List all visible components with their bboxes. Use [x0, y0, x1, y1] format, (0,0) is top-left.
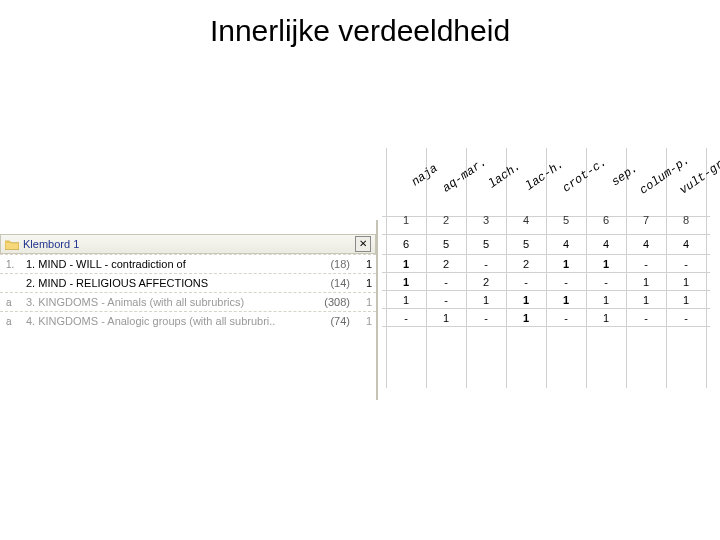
- column-index: 6: [586, 214, 626, 226]
- columns-area: naja1aq-mar.2lach.3lac-h.4crot-c.5sep.6c…: [382, 148, 720, 388]
- summary-cell: 5: [466, 238, 506, 250]
- rubric-first-value: 1: [354, 315, 372, 327]
- summary-cell: 5: [506, 238, 546, 250]
- row-prefix: a: [6, 316, 26, 327]
- rubric-label: 2. MIND - RELIGIOUS AFFECTIONS: [26, 277, 310, 289]
- remedy-column-colump[interactable]: colum-p.7: [626, 148, 666, 226]
- summary-cell: 4: [586, 238, 626, 250]
- grid-cell: -: [546, 276, 586, 288]
- rubric-row[interactable]: a4. KINGDOMS - Analogic groups (with all…: [0, 311, 376, 330]
- remedy-column-vultgr[interactable]: vult-gr.8: [666, 148, 706, 226]
- grid-cell: 1: [586, 294, 626, 306]
- column-index: 3: [466, 214, 506, 226]
- grid-cell: 1: [546, 294, 586, 306]
- summary-cell: 4: [626, 238, 666, 250]
- column-index: 2: [426, 214, 466, 226]
- grid-cell: -: [466, 258, 506, 270]
- rubric-label: 1. MIND - WILL - contradiction of: [26, 258, 310, 270]
- remedy-column-lach[interactable]: lac-h.4: [506, 148, 546, 226]
- rubric-list: 1.1. MIND - WILL - contradiction of(18)1…: [0, 254, 376, 330]
- grid-cell: -: [466, 312, 506, 324]
- grid-cell: 1: [386, 294, 426, 306]
- grid-cell: 1: [626, 294, 666, 306]
- column-index: 1: [386, 214, 426, 226]
- rubric-first-value: 1: [354, 277, 372, 289]
- rubric-first-value: 1: [354, 258, 372, 270]
- grid-cell: 2: [426, 258, 466, 270]
- rubric-label: 4. KINGDOMS - Analogic groups (with all …: [26, 315, 310, 327]
- rubric-label: 3. KINGDOMS - Animals (with all subrubri…: [26, 296, 310, 308]
- remedy-column-crotc[interactable]: crot-c.5: [546, 148, 586, 226]
- grid-cell: 1: [586, 312, 626, 324]
- rubric-count: (18): [310, 258, 350, 270]
- grid-cell: 1: [506, 312, 546, 324]
- grid-cell: -: [626, 258, 666, 270]
- grid-cell: 2: [466, 276, 506, 288]
- column-index: 5: [546, 214, 586, 226]
- close-icon[interactable]: ✕: [355, 236, 371, 252]
- grid-cell: -: [426, 276, 466, 288]
- row-prefix: 1.: [6, 259, 26, 270]
- column-index: 8: [666, 214, 706, 226]
- clipboard-pane: Klembord 1 ✕ 1.1. MIND - WILL - contradi…: [0, 234, 376, 330]
- grid-cell: 1: [626, 276, 666, 288]
- grid-cell: 1: [506, 294, 546, 306]
- row-prefix: a: [6, 297, 26, 308]
- rubric-count: (308): [310, 296, 350, 308]
- rubric-row[interactable]: 2. MIND - RELIGIOUS AFFECTIONS(14)1: [0, 273, 376, 292]
- grid-cell: -: [546, 312, 586, 324]
- pane-divider: [376, 220, 378, 400]
- summary-cell: 4: [546, 238, 586, 250]
- grid-cell: -: [666, 312, 706, 324]
- grid-cell: 1: [586, 258, 626, 270]
- remedy-column-naja[interactable]: naja1: [386, 148, 426, 226]
- rubric-row[interactable]: a3. KINGDOMS - Animals (with all subrubr…: [0, 292, 376, 311]
- grid-cell: 1: [666, 276, 706, 288]
- grid-cell: 1: [466, 294, 506, 306]
- column-index: 4: [506, 214, 546, 226]
- grid-cell: 1: [386, 258, 426, 270]
- remedy-column-aqmar[interactable]: aq-mar.2: [426, 148, 466, 226]
- page-title: Innerlijke verdeeldheid: [0, 14, 720, 48]
- summary-cell: 6: [386, 238, 426, 250]
- grid-cell: 2: [506, 258, 546, 270]
- grid-cell: -: [666, 258, 706, 270]
- grid-cell: 1: [426, 312, 466, 324]
- remedy-column-lach[interactable]: lach.3: [466, 148, 506, 226]
- remedy-label: vult-gr.: [668, 147, 720, 204]
- summary-cell: 5: [426, 238, 466, 250]
- summary-cell: 4: [666, 238, 706, 250]
- rubric-first-value: 1: [354, 296, 372, 308]
- grid-cell: -: [586, 276, 626, 288]
- column-index: 7: [626, 214, 666, 226]
- clipboard-titlebar[interactable]: Klembord 1 ✕: [0, 234, 376, 254]
- rubric-count: (74): [310, 315, 350, 327]
- grid-cell: -: [426, 294, 466, 306]
- clipboard-name: Klembord 1: [23, 238, 355, 250]
- rubric-count: (14): [310, 277, 350, 289]
- grid-cell: -: [506, 276, 546, 288]
- grid-cell: 1: [386, 276, 426, 288]
- grid-cell: 1: [546, 258, 586, 270]
- grid-cell: -: [626, 312, 666, 324]
- folder-icon: [5, 239, 19, 250]
- grid-cell: -: [386, 312, 426, 324]
- remedy-column-sep[interactable]: sep.6: [586, 148, 626, 226]
- grid-cell: 1: [666, 294, 706, 306]
- rubric-row[interactable]: 1.1. MIND - WILL - contradiction of(18)1: [0, 254, 376, 273]
